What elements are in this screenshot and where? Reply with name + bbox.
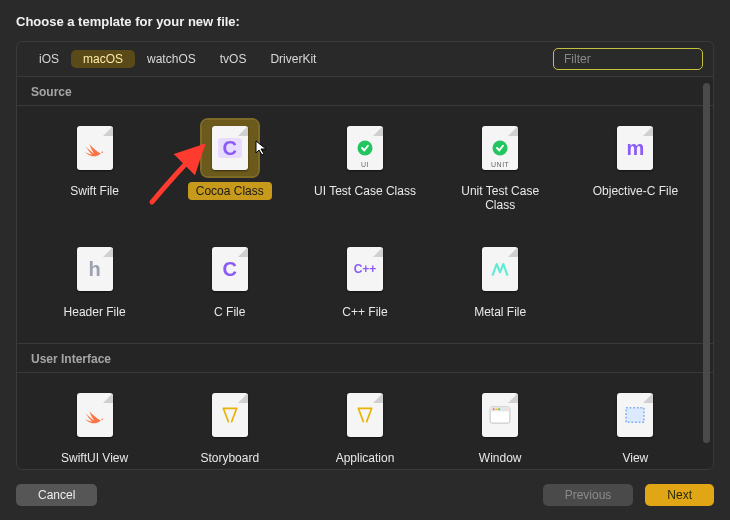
tab-macos[interactable]: macOS [71, 50, 135, 68]
tab-ios[interactable]: iOS [27, 50, 71, 68]
filter-input[interactable] [564, 52, 714, 66]
objc-icon: m [617, 126, 653, 170]
new-file-dialog: Choose a template for your new file: iOS… [0, 0, 730, 520]
template-ui-test-case[interactable]: UI UI Test Case Class [297, 120, 432, 215]
cpp-file-icon: C++ [347, 247, 383, 291]
source-templates-grid: Swift File C Cocoa Class UI UI Test Case… [17, 106, 713, 343]
template-label: UI Test Case Class [306, 182, 424, 200]
template-label: Objective-C File [585, 182, 686, 200]
template-label: View [614, 449, 656, 467]
filter-field-wrap[interactable] [553, 48, 703, 70]
dialog-title: Choose a template for your new file: [16, 14, 714, 29]
swiftui-icon [77, 393, 113, 437]
template-objective-c[interactable]: m Objective-C File [568, 120, 703, 215]
template-window[interactable]: Window [433, 387, 568, 467]
template-label: Application [328, 449, 403, 467]
metal-icon [482, 247, 518, 291]
cancel-button[interactable]: Cancel [16, 484, 97, 506]
previous-button[interactable]: Previous [543, 484, 634, 506]
template-header-file[interactable]: h Header File [27, 241, 162, 321]
template-label: Swift File [62, 182, 127, 200]
application-icon [347, 393, 383, 437]
view-icon [617, 393, 653, 437]
section-header-source: Source [17, 77, 713, 106]
vertical-scrollbar[interactable] [703, 83, 710, 443]
template-storyboard[interactable]: Storyboard [162, 387, 297, 467]
template-unit-test-case[interactable]: UNIT Unit Test Case Class [433, 120, 568, 215]
template-label: C++ File [334, 303, 395, 321]
header-icon: h [77, 247, 113, 291]
tab-driverkit[interactable]: DriverKit [258, 50, 328, 68]
tab-watchos[interactable]: watchOS [135, 50, 208, 68]
section-header-ui: User Interface [17, 343, 713, 373]
template-application[interactable]: Application [297, 387, 432, 467]
storyboard-icon [212, 393, 248, 437]
next-button[interactable]: Next [645, 484, 714, 506]
template-c-file[interactable]: C C File [162, 241, 297, 321]
svg-point-5 [493, 408, 495, 410]
template-swiftui-view[interactable]: SwiftUI View [27, 387, 162, 467]
template-label: Cocoa Class [188, 182, 272, 200]
template-label: Unit Test Case Class [440, 182, 560, 215]
svg-point-7 [498, 408, 500, 410]
template-scroll-area: Source Swift File C Cocoa Class [16, 76, 714, 470]
template-label: Storyboard [192, 449, 267, 467]
template-swift-file[interactable]: Swift File [27, 120, 162, 215]
template-label: SwiftUI View [53, 449, 136, 467]
svg-point-6 [496, 408, 498, 410]
template-view[interactable]: View [568, 387, 703, 467]
platform-filter-bar: iOS macOS watchOS tvOS DriverKit [16, 41, 714, 76]
ui-test-icon: UI [347, 126, 383, 170]
window-icon [482, 393, 518, 437]
template-label: Metal File [466, 303, 534, 321]
cocoa-class-icon: C [212, 126, 248, 170]
tab-tvos[interactable]: tvOS [208, 50, 259, 68]
unit-test-icon: UNIT [482, 126, 518, 170]
template-cpp-file[interactable]: C++ C++ File [297, 241, 432, 321]
dialog-footer: Cancel Previous Next [16, 470, 714, 506]
swift-file-icon [77, 126, 113, 170]
template-label: Header File [56, 303, 134, 321]
template-label: C File [206, 303, 253, 321]
ui-templates-grid: SwiftUI View Storyboard Application [17, 373, 713, 469]
platform-tabs: iOS macOS watchOS tvOS DriverKit [27, 50, 328, 68]
badge-text: UI [361, 161, 369, 168]
template-label: Window [471, 449, 530, 467]
badge-text: UNIT [491, 161, 509, 168]
template-cocoa-class[interactable]: C Cocoa Class [162, 120, 297, 215]
c-file-icon: C [212, 247, 248, 291]
svg-rect-8 [626, 408, 644, 422]
template-metal-file[interactable]: Metal File [433, 241, 568, 321]
